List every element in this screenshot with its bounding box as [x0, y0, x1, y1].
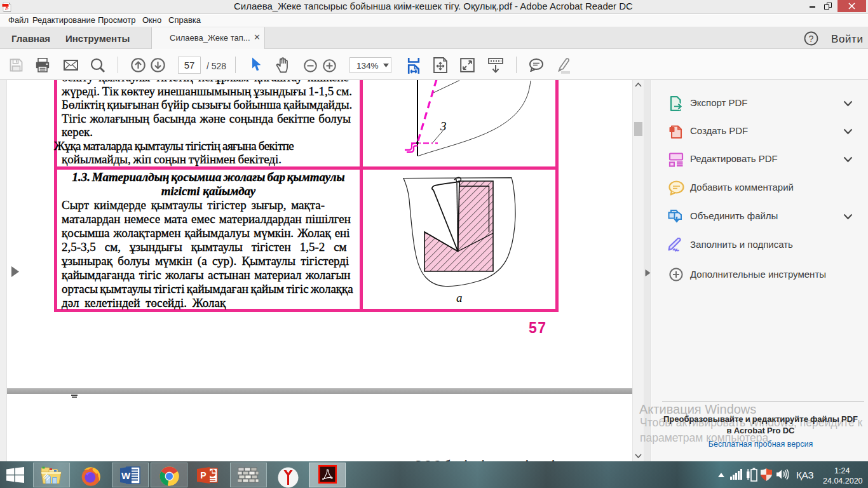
svg-text:?: ?	[809, 34, 814, 44]
svg-text:P: P	[200, 470, 206, 480]
svg-text:W: W	[121, 470, 131, 481]
